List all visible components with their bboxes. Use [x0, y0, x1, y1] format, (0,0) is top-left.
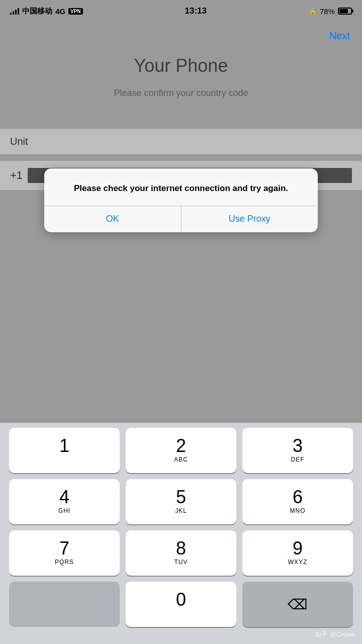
- key-2[interactable]: 2 ABC: [126, 428, 236, 473]
- key-7-number: 7: [59, 539, 69, 558]
- network-label: 4G: [55, 7, 65, 16]
- keyboard-row-4: 0 ⌫: [3, 582, 359, 627]
- key-5[interactable]: 5 JKL: [126, 479, 236, 524]
- key-1-letters: [63, 456, 65, 464]
- use-proxy-button[interactable]: Use Proxy: [182, 206, 318, 232]
- key-4[interactable]: 4 GHI: [9, 479, 120, 524]
- key-0-letters: [180, 610, 182, 618]
- signal-icon: [10, 8, 19, 15]
- status-bar: 中国移动 4G VPN 13:13 🔒 78%: [0, 0, 362, 22]
- key-3-letters: DEF: [291, 456, 305, 464]
- key-2-letters: ABC: [174, 456, 188, 464]
- key-8-number: 8: [176, 539, 186, 558]
- country-name: Unit: [10, 136, 28, 147]
- key-9-number: 9: [293, 539, 303, 558]
- key-6-number: 6: [293, 488, 303, 506]
- key-2-number: 2: [176, 437, 186, 455]
- battery-percent: 78%: [320, 7, 335, 16]
- key-5-number: 5: [176, 488, 186, 506]
- status-left: 中国移动 4G VPN: [10, 7, 83, 16]
- dialog-buttons: OK Use Proxy: [44, 206, 318, 232]
- watermark: 知乎 @Crown: [315, 630, 355, 639]
- key-7[interactable]: 7 PQRS: [9, 530, 120, 576]
- key-9-letters: WXYZ: [288, 559, 308, 567]
- next-button[interactable]: Next: [329, 30, 350, 42]
- country-field: Unit: [0, 128, 362, 155]
- key-delete[interactable]: ⌫: [242, 582, 353, 627]
- keyboard-row-2: 4 GHI 5 JKL 6 MNO: [3, 479, 359, 524]
- country-code: +1: [10, 169, 23, 182]
- key-0-number: 0: [176, 591, 186, 609]
- time-label: 13:13: [185, 6, 207, 16]
- dialog-message: Please check your internet connection an…: [44, 168, 318, 206]
- ok-button[interactable]: OK: [44, 206, 181, 232]
- key-0[interactable]: 0: [126, 582, 236, 627]
- key-1[interactable]: 1: [9, 428, 120, 473]
- carrier-label: 中国移动: [22, 7, 52, 16]
- key-5-letters: JKL: [175, 507, 187, 515]
- keyboard-row-1: 1 2 ABC 3 DEF: [3, 428, 359, 473]
- key-3[interactable]: 3 DEF: [242, 428, 353, 473]
- key-1-number: 1: [59, 437, 69, 455]
- status-right: 🔒 78%: [309, 7, 352, 16]
- key-6-letters: MNO: [290, 507, 306, 515]
- numeric-keyboard: 1 2 ABC 3 DEF 4 GHI 5 JKL 6 MNO 7 PQRS: [0, 423, 362, 644]
- key-6[interactable]: 6 MNO: [242, 479, 353, 524]
- key-8[interactable]: 8 TUV: [126, 530, 236, 576]
- page-title: Your Phone: [0, 55, 362, 76]
- vpn-badge: VPN: [68, 8, 83, 15]
- key-8-letters: TUV: [174, 559, 188, 567]
- key-7-letters: PQRS: [55, 559, 74, 567]
- lock-icon: 🔒: [309, 8, 317, 15]
- battery-icon: [338, 8, 352, 15]
- page-subtitle: Please confirm your country code: [0, 88, 362, 99]
- alert-dialog: Please check your internet connection an…: [44, 168, 318, 232]
- delete-icon: ⌫: [288, 596, 308, 613]
- key-empty: [9, 582, 120, 627]
- key-4-letters: GHI: [58, 507, 70, 515]
- key-4-number: 4: [59, 488, 69, 506]
- keyboard-row-3: 7 PQRS 8 TUV 9 WXYZ: [3, 530, 359, 576]
- key-9[interactable]: 9 WXYZ: [242, 530, 353, 576]
- key-3-number: 3: [293, 437, 303, 455]
